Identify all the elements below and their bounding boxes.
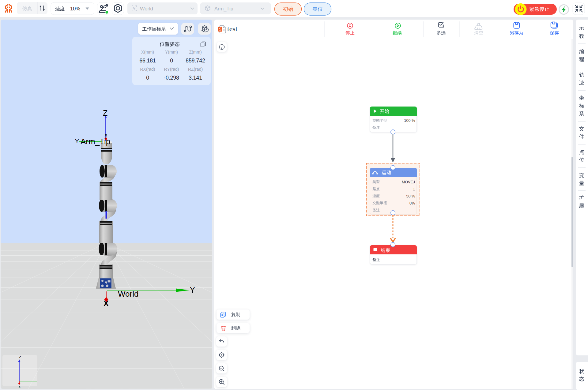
svg-text:Arm_Tip: Arm_Tip xyxy=(81,137,110,146)
svg-text:x: x xyxy=(105,132,107,137)
svg-text:z: z xyxy=(19,354,21,359)
svg-text:Y: Y xyxy=(75,138,79,144)
svg-text:Y: Y xyxy=(190,286,195,294)
svg-text:World: World xyxy=(118,289,138,298)
svg-text:X: X xyxy=(104,299,109,308)
svg-text:Z: Z xyxy=(103,109,107,117)
svg-text:x: x xyxy=(18,384,21,389)
